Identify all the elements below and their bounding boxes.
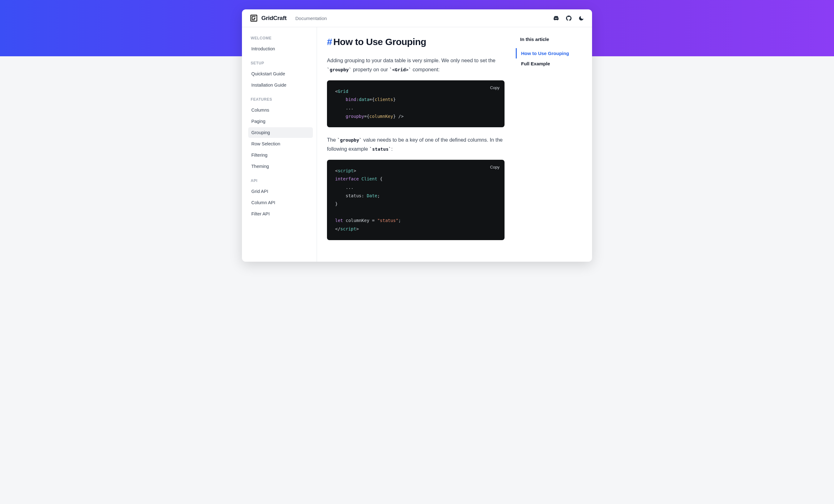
sidebar-item-quickstart-guide[interactable]: Quickstart Guide: [248, 68, 313, 79]
page-title: #How to Use Grouping: [327, 37, 505, 47]
inline-code-grid: `<Grid>`: [390, 67, 411, 72]
sidebar-section-heading: SETUP: [248, 61, 313, 65]
heading-text: How to Use Grouping: [333, 37, 426, 47]
code-block-1: Copy <Grid bind:data={clients} ... group…: [327, 80, 505, 127]
sidebar-section-heading: WELCOME: [248, 36, 313, 40]
inline-code-groupby-2: `groupby`: [337, 137, 362, 143]
toc-item-how-to-use-grouping[interactable]: How to Use Grouping: [516, 48, 579, 59]
table-of-contents: In this article How to Use GroupingFull …: [517, 27, 586, 262]
toc-heading: In this article: [520, 37, 579, 42]
copy-button[interactable]: Copy: [490, 84, 500, 92]
sidebar-item-row-selection[interactable]: Row Selection: [248, 138, 313, 149]
github-icon[interactable]: [565, 15, 572, 22]
sidebar-item-column-api[interactable]: Column API: [248, 197, 313, 208]
topbar: GridCraft Documentation: [242, 9, 592, 27]
inline-code-status: `status`: [370, 147, 391, 152]
code-block-2: Copy <script> interface Client { ... sta…: [327, 160, 505, 240]
copy-button[interactable]: Copy: [490, 163, 500, 171]
brand-name: GridCraft: [261, 15, 287, 22]
sidebar: WELCOMEIntroductionSETUPQuickstart Guide…: [242, 27, 317, 262]
sidebar-item-filter-api[interactable]: Filter API: [248, 209, 313, 219]
sidebar-item-introduction[interactable]: Introduction: [248, 43, 313, 54]
sidebar-item-installation-guide[interactable]: Installation Guide: [248, 80, 313, 90]
toc-item-full-example[interactable]: Full Example: [516, 59, 579, 69]
sidebar-item-filtering[interactable]: Filtering: [248, 150, 313, 160]
inline-code-groupby: `groupby`: [327, 67, 352, 72]
theme-toggle-icon[interactable]: [578, 15, 585, 22]
discord-icon[interactable]: [553, 15, 559, 22]
heading-hash: #: [327, 37, 332, 47]
brand-logo-icon: [249, 14, 258, 23]
paragraph-2: The `groupby` value needs to be a key of…: [327, 135, 505, 154]
sidebar-section-heading: API: [248, 178, 313, 183]
article: #How to Use Grouping Adding grouping to …: [317, 27, 517, 262]
sidebar-item-paging[interactable]: Paging: [248, 116, 313, 127]
brand[interactable]: GridCraft: [249, 14, 287, 23]
sidebar-item-theming[interactable]: Theming: [248, 161, 313, 172]
app-window: GridCraft Documentation WELCOMEIntroduct…: [242, 9, 592, 262]
sidebar-section-heading: FEATURES: [248, 97, 313, 102]
sidebar-item-grid-api[interactable]: Grid API: [248, 186, 313, 197]
paragraph-1: Adding grouping to your data table is ve…: [327, 56, 505, 74]
sidebar-item-grouping[interactable]: Grouping: [248, 127, 313, 138]
nav-documentation[interactable]: Documentation: [295, 16, 327, 21]
sidebar-item-columns[interactable]: Columns: [248, 105, 313, 115]
